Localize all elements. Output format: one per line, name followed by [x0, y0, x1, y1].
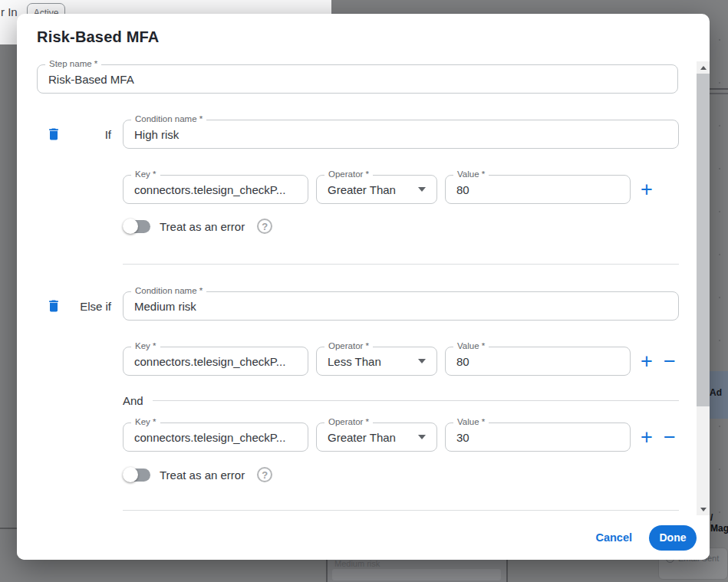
cancel-button[interactable]: Cancel	[595, 531, 632, 544]
key-label: Key *	[131, 169, 160, 179]
scrollbar-thumb[interactable]	[697, 74, 710, 406]
key-label: Key *	[131, 417, 160, 426]
background-edge-line	[0, 528, 18, 529]
dialog-scrollbar[interactable]	[697, 61, 710, 515]
help-icon[interactable]: ?	[257, 219, 272, 234]
operator-select[interactable]: Operator * Greater Than	[316, 175, 437, 204]
operator-label: Operator *	[324, 341, 373, 350]
plus-icon: +	[641, 426, 653, 449]
treat-as-error-toggle[interactable]	[123, 467, 150, 482]
step-name-label: Step name *	[45, 59, 101, 68]
value-field[interactable]: Value *	[445, 423, 631, 452]
background-text-fragment: / Mag	[710, 512, 728, 534]
minus-icon: −	[664, 426, 676, 449]
step-name-field[interactable]: Step name *	[37, 64, 678, 94]
scroll-up-button[interactable]	[697, 61, 710, 74]
dialog-footer: Cancel Done	[17, 515, 710, 560]
condition-name-input[interactable]	[134, 128, 667, 141]
value-label: Value *	[453, 417, 489, 426]
scroll-down-button[interactable]	[697, 503, 710, 515]
condition-gutter: Else if	[17, 291, 123, 321]
value-input[interactable]	[456, 183, 619, 196]
condition-keyword: If	[61, 128, 123, 141]
condition-keyword: Else if	[61, 300, 123, 313]
remove-rule-button[interactable]: −	[661, 426, 678, 448]
chevron-down-icon	[418, 187, 426, 192]
condition-name-input[interactable]	[134, 300, 667, 313]
condition-name-field[interactable]: Condition name *	[123, 120, 679, 149]
treat-as-error-row: Treat as an error ?	[123, 466, 679, 483]
add-rule-button[interactable]: +	[638, 350, 655, 372]
toggle-knob	[123, 219, 138, 234]
joiner-line	[153, 400, 679, 401]
delete-condition-button[interactable]	[46, 126, 61, 143]
condition-name-label: Condition name *	[131, 286, 206, 295]
operator-label: Operator *	[324, 169, 373, 179]
operator-select[interactable]: Operator * Greater Than	[316, 423, 437, 452]
rule-row: Key * Operator * Greater Than Value * +	[123, 175, 679, 204]
condition-block-if: If Condition name * Key * Operator * Gre…	[17, 120, 710, 235]
key-label: Key *	[131, 341, 160, 350]
risk-based-mfa-dialog: Risk-Based MFA Step name * If Condition …	[17, 14, 710, 560]
background-panel-bar	[332, 569, 501, 580]
condition-block-elseif: Else if Condition name * Key * Operator …	[17, 291, 710, 483]
rule-row: Key * Operator * Less Than Value * + −	[123, 347, 679, 376]
rule-row: Key * Operator * Greater Than Value * + …	[123, 423, 679, 452]
remove-rule-button[interactable]: −	[661, 350, 678, 372]
condition-main: Condition name * Key * Operator * Greate…	[123, 120, 679, 235]
and-joiner: And	[123, 394, 679, 406]
background-text-fragment: Ad	[710, 387, 722, 398]
toggle-knob	[123, 467, 138, 482]
and-label: And	[123, 394, 143, 407]
trash-icon	[46, 126, 61, 143]
arrow-down-icon	[700, 508, 707, 511]
treat-as-error-label: Treat as an error	[160, 220, 245, 233]
plus-icon: +	[641, 178, 653, 201]
background-text-fragment: Medium risk	[334, 559, 380, 568]
value-input[interactable]	[456, 431, 619, 444]
chevron-down-icon	[418, 435, 426, 439]
value-field[interactable]: Value *	[445, 175, 631, 204]
add-rule-button[interactable]: +	[638, 179, 655, 200]
condition-main: Condition name * Key * Operator * Less T…	[123, 291, 679, 483]
section-divider	[123, 264, 679, 265]
key-field[interactable]: Key *	[123, 175, 308, 204]
value-label: Value *	[453, 169, 489, 179]
operator-value: Less Than	[328, 355, 381, 368]
key-field[interactable]: Key *	[123, 347, 308, 376]
background-edge-line	[710, 93, 728, 94]
arrow-up-icon	[700, 66, 707, 70]
step-name-input[interactable]	[48, 73, 667, 86]
operator-label: Operator *	[324, 417, 373, 426]
delete-condition-button[interactable]	[46, 298, 61, 314]
operator-value: Greater Than	[328, 431, 396, 444]
key-field[interactable]: Key *	[123, 423, 308, 452]
minus-icon: −	[664, 350, 676, 373]
treat-as-error-label: Treat as an error	[160, 469, 245, 482]
treat-as-error-toggle[interactable]	[123, 219, 150, 234]
section-divider	[123, 510, 679, 511]
value-input[interactable]	[456, 355, 619, 368]
value-field[interactable]: Value *	[445, 347, 631, 376]
treat-as-error-row: Treat as an error ?	[123, 218, 679, 235]
operator-value: Greater Than	[328, 183, 396, 196]
background-edge-line	[710, 88, 728, 90]
key-input[interactable]	[134, 355, 297, 368]
value-label: Value *	[453, 341, 489, 350]
dialog-title: Risk-Based MFA	[37, 28, 710, 46]
operator-select[interactable]: Operator * Less Than	[316, 347, 437, 376]
background-text-fragment: r In	[1, 5, 18, 18]
condition-gutter: If	[17, 120, 123, 149]
plus-icon: +	[641, 350, 653, 373]
chevron-down-icon	[418, 359, 426, 363]
condition-name-label: Condition name *	[131, 114, 206, 123]
key-input[interactable]	[134, 183, 297, 196]
key-input[interactable]	[134, 431, 297, 444]
done-button[interactable]: Done	[649, 525, 697, 551]
add-rule-button[interactable]: +	[638, 426, 655, 448]
condition-name-field[interactable]: Condition name *	[123, 291, 679, 321]
help-icon[interactable]: ?	[257, 467, 272, 482]
trash-icon	[46, 298, 61, 314]
